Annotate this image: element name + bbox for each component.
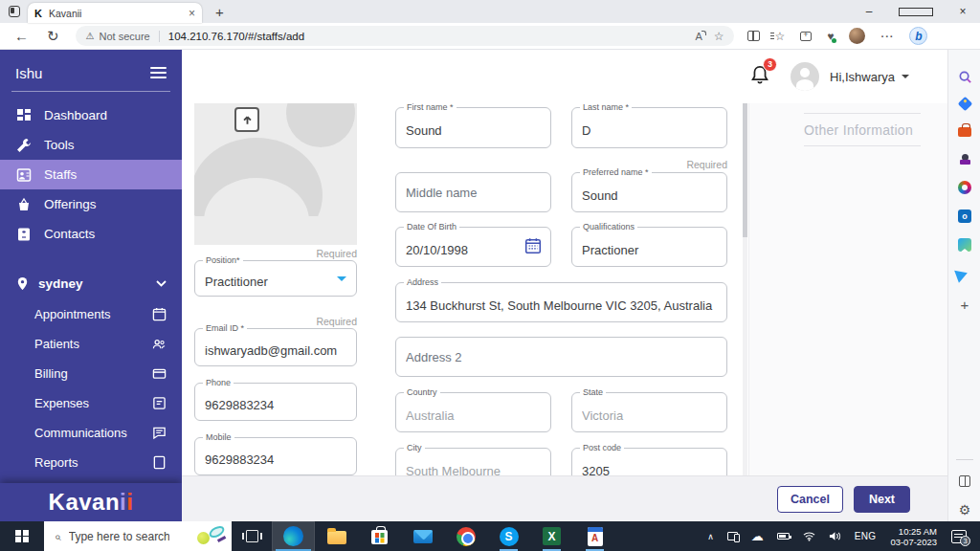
- state-input[interactable]: [572, 393, 726, 431]
- address2-input[interactable]: [396, 338, 726, 376]
- form-scrollbar[interactable]: [743, 103, 747, 521]
- browser-tab[interactable]: K Kavanii ×: [28, 3, 202, 23]
- sidebar-item-patients[interactable]: Patients: [0, 329, 182, 359]
- middle-name-input[interactable]: [396, 173, 550, 211]
- sidebar-item-tools[interactable]: Tools: [0, 130, 182, 160]
- refresh-button[interactable]: ↻: [47, 28, 59, 45]
- sidebar-item-reports[interactable]: Reports: [0, 448, 182, 477]
- user-avatar[interactable]: [791, 62, 819, 91]
- collections-icon[interactable]: [800, 32, 812, 41]
- taskbar-app-edge[interactable]: [272, 521, 315, 551]
- add-sidebar-item-icon[interactable]: +: [957, 297, 972, 312]
- notification-bell[interactable]: 3: [750, 65, 769, 89]
- position-select[interactable]: Position*: [194, 260, 357, 297]
- taskbar-search[interactable]: ⌕: [44, 521, 232, 551]
- last-name-field[interactable]: Last name *: [571, 107, 727, 148]
- new-tab-button[interactable]: +: [215, 5, 224, 19]
- sidebar-item-contacts[interactable]: Contacts: [0, 219, 182, 249]
- image-creator-icon[interactable]: [957, 237, 972, 253]
- language-indicator[interactable]: ENG: [855, 531, 877, 541]
- sidebar-item-offerings[interactable]: Offerings: [0, 189, 182, 219]
- preferred-name-field[interactable]: Preferred name *: [571, 172, 727, 212]
- calendar-picker-icon[interactable]: [524, 237, 542, 258]
- preferred-name-input[interactable]: [572, 173, 726, 211]
- upload-photo-icon[interactable]: [234, 107, 259, 132]
- search-icon[interactable]: [957, 69, 972, 84]
- not-secure-label[interactable]: Not secure: [100, 31, 150, 42]
- hidden-icons-chevron[interactable]: ∧: [707, 532, 714, 541]
- mobile-input[interactable]: [195, 438, 356, 474]
- hamburger-menu-icon[interactable]: [150, 64, 167, 81]
- taskbar-app-microsoft-store[interactable]: [358, 521, 401, 551]
- back-button[interactable]: ←: [14, 28, 29, 44]
- dob-input[interactable]: [396, 228, 523, 266]
- favorites-icon[interactable]: ☆: [775, 30, 786, 43]
- rail-settings-gear-icon[interactable]: ⚙: [957, 502, 972, 518]
- next-button[interactable]: Next: [854, 486, 910, 513]
- close-window-button[interactable]: ×: [946, 5, 980, 18]
- country-field[interactable]: Country: [395, 392, 551, 432]
- wifi-icon[interactable]: [803, 531, 815, 541]
- games-icon[interactable]: [957, 151, 972, 166]
- taskbar-app-mail[interactable]: [401, 521, 444, 551]
- more-menu-icon[interactable]: ···: [880, 31, 894, 42]
- dob-field[interactable]: Date Of Birth: [395, 227, 551, 267]
- taskbar-search-input[interactable]: [69, 530, 169, 543]
- scrollbar-thumb[interactable]: [743, 103, 747, 237]
- phone-field[interactable]: Phone: [194, 383, 357, 421]
- sidebar-item-appointments[interactable]: Appointments: [0, 299, 182, 329]
- address-bar[interactable]: ⚠ Not secure 104.210.76.170/#/staffs/add…: [76, 26, 734, 46]
- mobile-field[interactable]: Mobile: [194, 437, 357, 475]
- email-input[interactable]: [195, 329, 356, 365]
- taskbar-app-skype[interactable]: S: [487, 521, 530, 551]
- browser-essentials-icon[interactable]: ♥: [827, 30, 834, 43]
- last-name-input[interactable]: [572, 108, 726, 147]
- country-input[interactable]: [396, 393, 550, 431]
- drop-icon[interactable]: [957, 266, 972, 281]
- address2-field[interactable]: [395, 337, 727, 377]
- user-greeting[interactable]: Hi,Ishwarya: [830, 70, 895, 84]
- taskbar-clock[interactable]: 10:25 AM 03-07-2023: [890, 526, 937, 547]
- onedrive-cloud-icon[interactable]: ☁: [751, 529, 764, 543]
- url-text[interactable]: 104.210.76.170/#/staffs/add: [168, 31, 304, 42]
- task-view-button[interactable]: [232, 521, 272, 551]
- browser-profile-avatar[interactable]: [849, 28, 865, 44]
- favorite-star-icon[interactable]: ☆: [714, 30, 724, 43]
- sidebar-item-communications[interactable]: Communications: [0, 418, 182, 448]
- split-screen-icon[interactable]: [747, 31, 760, 41]
- qualifications-field[interactable]: Qualifications: [571, 227, 727, 267]
- address-field[interactable]: Address: [395, 282, 727, 322]
- qualifications-input[interactable]: [572, 228, 726, 266]
- taskbar-app-file-explorer[interactable]: [315, 521, 358, 551]
- read-aloud-icon[interactable]: A: [695, 31, 702, 42]
- action-center-icon[interactable]: 3: [951, 530, 967, 543]
- phone-input[interactable]: [195, 384, 356, 420]
- first-name-input[interactable]: [396, 108, 550, 147]
- photo-upload-placeholder[interactable]: [194, 103, 357, 245]
- email-field[interactable]: Email ID *: [194, 328, 357, 366]
- tab-close-icon[interactable]: ×: [189, 7, 195, 20]
- sidebar-item-expenses[interactable]: Expenses: [0, 388, 182, 418]
- tab-actions-icon[interactable]: [9, 6, 20, 17]
- location-selector[interactable]: sydney: [0, 267, 182, 299]
- minimize-button[interactable]: –: [852, 5, 886, 18]
- state-field[interactable]: State: [571, 392, 727, 432]
- toolbox-icon[interactable]: [957, 122, 972, 138]
- cancel-button[interactable]: Cancel: [777, 486, 843, 513]
- first-name-field[interactable]: First name *: [395, 107, 551, 148]
- volume-icon[interactable]: [829, 531, 841, 541]
- battery-icon[interactable]: [777, 533, 790, 540]
- microsoft-365-icon[interactable]: [957, 180, 972, 195]
- maximize-button[interactable]: [899, 8, 933, 16]
- outlook-icon[interactable]: o: [957, 209, 972, 224]
- sidebar-item-billing[interactable]: Billing: [0, 359, 182, 388]
- middle-name-field[interactable]: [395, 172, 551, 212]
- start-button[interactable]: [0, 521, 44, 551]
- sidebar-panel-icon[interactable]: [957, 474, 972, 489]
- device-icon[interactable]: [727, 532, 738, 540]
- shopping-tag-icon[interactable]: [957, 96, 972, 111]
- sidebar-item-staffs[interactable]: Staffs: [0, 160, 182, 189]
- taskbar-app-excel[interactable]: X: [530, 521, 573, 551]
- chevron-down-icon[interactable]: [902, 75, 909, 82]
- sidebar-item-dashboard[interactable]: Dashboard: [0, 100, 182, 130]
